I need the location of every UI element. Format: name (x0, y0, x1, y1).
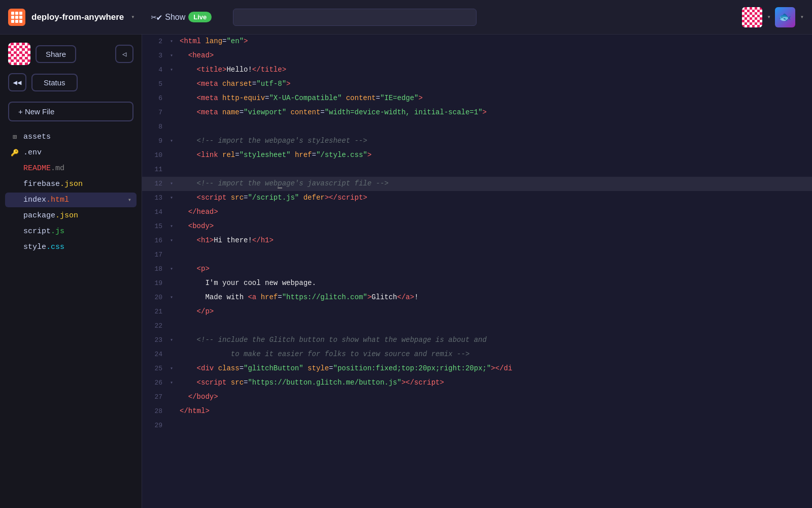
sidebar-item-assets[interactable]: ⊞ assets (5, 130, 137, 144)
line-number: 24 (142, 347, 167, 362)
line-number: 20 (142, 291, 167, 305)
line-content (176, 319, 812, 333)
share-button[interactable]: Share (36, 45, 76, 63)
sidebar-item-firebase[interactable]: firebase.json (5, 177, 137, 192)
collapse-button[interactable]: ◁ (115, 45, 133, 63)
fold-arrow[interactable]: ▾ (167, 49, 176, 63)
file-name-firebase: firebase.json (23, 180, 83, 188)
fold-arrow (167, 305, 176, 319)
fold-arrow (167, 148, 176, 163)
sidebar-top: Share ◁ (0, 43, 142, 73)
fold-arrow (167, 77, 176, 91)
sidebar-item-readme[interactable]: README.md (5, 161, 137, 176)
table-row: 8 (142, 120, 812, 134)
sidebar-item-package[interactable]: package.json (5, 208, 137, 223)
line-content: <h1>Hi there!</h1> (176, 234, 812, 248)
fold-arrow[interactable]: ▾ (167, 63, 176, 77)
show-label: Show (165, 13, 185, 22)
line-number: 4 (142, 63, 167, 77)
table-row: 16 ▾ <h1>Hi there!</h1> (142, 234, 812, 248)
line-number: 17 (142, 248, 167, 262)
line-content: I'm your cool new webpage. (176, 276, 812, 291)
code-editor[interactable]: 2 ▾ <html lang="en"> 3 ▾ <head> 4 ▾ <tit… (142, 35, 812, 508)
line-number: 29 (142, 419, 167, 433)
fold-arrow[interactable]: ▾ (167, 291, 176, 305)
avatar-checkerboard[interactable] (742, 7, 762, 27)
fold-arrow[interactable]: ▾ (167, 191, 176, 205)
line-number: 14 (142, 205, 167, 219)
status-button[interactable]: Status (31, 74, 78, 91)
line-content: <div class="glitchButton" style="positio… (176, 362, 812, 376)
line-content: <html lang="en"> (176, 35, 812, 49)
line-content: <!-- import the webpage's javascript fil… (176, 177, 812, 191)
table-row: 5 <meta charset="utf-8"> (142, 77, 812, 91)
main-content: Share ◁ ◀◀ Status + New File ⊞ assets 🔑 … (0, 35, 812, 508)
project-dropdown-icon[interactable]: ▾ (131, 13, 134, 21)
line-content: <meta charset="utf-8"> (176, 77, 812, 91)
line-number: 7 (142, 106, 167, 120)
line-content (176, 120, 812, 134)
line-content: <meta name="viewport" content="width=dev… (176, 106, 812, 120)
table-row: 20 ▾ Made with <a href="https://glitch.c… (142, 291, 812, 305)
fold-arrow (167, 205, 176, 219)
avatar1-dropdown-icon[interactable]: ▾ (767, 13, 771, 21)
sidebar-item-env[interactable]: 🔑 .env (5, 145, 137, 160)
fold-arrow[interactable]: ▾ (167, 262, 176, 276)
sidebar-item-style[interactable]: style.css (5, 240, 137, 255)
table-row: 11 (142, 163, 812, 177)
table-row: 17 (142, 248, 812, 262)
line-content: <link rel="stylesheet" href="/style.css"… (176, 148, 812, 163)
line-number: 21 (142, 305, 167, 319)
table-row: 19 I'm your cool new webpage. (142, 276, 812, 291)
table-row: 24 to make it easier for folks to view s… (142, 347, 812, 362)
line-number: 3 (142, 49, 167, 63)
line-content: <body> (176, 219, 812, 234)
file-name-assets: assets (23, 133, 51, 141)
line-number: 13 (142, 191, 167, 205)
line-content: <meta http-equiv="X-UA-Compatible" conte… (176, 91, 812, 106)
line-number: 28 (142, 404, 167, 419)
line-content: </body> (176, 390, 812, 404)
line-content (176, 248, 812, 262)
topbar: deploy-from-anywhere ▾ ✂✔ Show Live ▾ 🐟 … (0, 0, 812, 35)
line-number: 16 (142, 234, 167, 248)
table-row: 26 ▾ <script src="https://button.glitch.… (142, 376, 812, 390)
file-name-readme: README.md (23, 164, 64, 173)
line-number: 27 (142, 390, 167, 404)
line-number: 15 (142, 219, 167, 234)
line-number: 9 (142, 134, 167, 148)
fold-arrow[interactable]: ▾ (167, 219, 176, 234)
file-name-package: package.json (23, 211, 78, 220)
line-content: to make it easier for folks to view sour… (176, 347, 812, 362)
table-row: 4 ▾ <title>Hello!</title> (142, 63, 812, 77)
key-icon: 🔑 (10, 149, 19, 157)
glitch-logo (8, 9, 25, 26)
sidebar-item-script[interactable]: script.js (5, 224, 137, 239)
avatar-fish[interactable]: 🐟 (775, 7, 795, 27)
file-list: ⊞ assets 🔑 .env README.md firebase.json (0, 130, 142, 255)
fold-arrow (167, 276, 176, 291)
fold-arrow (167, 347, 176, 362)
fold-arrow[interactable]: ▾ (167, 376, 176, 390)
fold-arrow[interactable]: ▾ (167, 134, 176, 148)
file-name-index: index.html (23, 196, 69, 204)
search-input[interactable] (233, 9, 477, 26)
project-name[interactable]: deploy-from-anywhere (31, 12, 124, 22)
fold-arrow[interactable]: ▾ (167, 35, 176, 49)
table-row: 18 ▾ <p> (142, 262, 812, 276)
file-name-script: script.js (23, 227, 64, 236)
line-number: 18 (142, 262, 167, 276)
line-number: 8 (142, 120, 167, 134)
table-row: 14 </head> (142, 205, 812, 219)
fold-arrow[interactable]: ▾ (167, 362, 176, 376)
avatar2-dropdown-icon[interactable]: ▾ (800, 13, 804, 21)
fold-arrow[interactable]: ▾ (167, 177, 176, 191)
back-button[interactable]: ◀◀ (8, 73, 26, 91)
new-file-button[interactable]: + New File (8, 102, 133, 121)
sidebar-item-index[interactable]: index.html ▾ (5, 193, 137, 207)
fold-arrow[interactable]: ▾ (167, 333, 176, 347)
show-live-button[interactable]: ✂✔ Show Live (151, 12, 212, 23)
line-number: 22 (142, 319, 167, 333)
line-number: 2 (142, 35, 167, 49)
fold-arrow[interactable]: ▾ (167, 234, 176, 248)
